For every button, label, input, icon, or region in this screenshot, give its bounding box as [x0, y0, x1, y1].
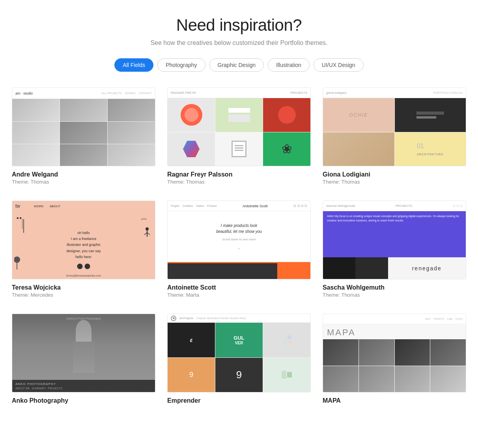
ant-chevron: ⌄ [237, 244, 241, 251]
giona-cell-3-bg [323, 132, 394, 166]
portfolio-item-ragnar: RAGNAR FREYR PROJECTS [167, 87, 311, 185]
portfolio-grid: am · studio ALL PROJECTSWORKSCONTACT [12, 87, 466, 405]
emp-cell-1: ε [168, 323, 215, 357]
ragnar-orange-circle [181, 104, 202, 126]
am-nav: ALL PROJECTSWORKSCONTACT [102, 92, 152, 95]
ragnar-grid: ❀ [168, 98, 310, 166]
teresa-social [77, 264, 90, 269]
am-cell-1 [12, 99, 60, 121]
ant-bottom-strip [168, 263, 310, 279]
portfolio-preview-sascha[interactable]: Sascha Wohlgemuth PROJECTS ⊡ ⊡ ⊡ Hello! … [323, 201, 466, 279]
portfolio-name-andre: Andre Welgand [12, 171, 155, 178]
portfolio-info-sascha: Sascha Wohlgemuth Theme: Thomas [323, 284, 466, 298]
ragnar-cell-3 [263, 98, 310, 132]
am-photo-grid [12, 99, 155, 166]
ragnar-cell-2 [215, 98, 263, 132]
ant-site-name: Antoinette Scott [243, 204, 268, 208]
am-cell-9 [108, 144, 155, 166]
teresa-contact: teresa@teresawojeicka.com [12, 274, 155, 277]
svg-line-6 [144, 232, 147, 235]
giona-ochie-text: OCHIE [349, 112, 368, 118]
ragnar-name-label: RAGNAR FREYR [171, 91, 196, 95]
am-cell-3 [108, 99, 155, 121]
anko-footer-nav: ABOUT ME SUMMARY PROJECTS [15, 387, 152, 390]
anko-footer-bar: ANKO PHOTOGRAPHY ABOUT ME SUMMARY PROJEC… [12, 380, 155, 392]
teresa-decor-2 [22, 219, 25, 234]
am-cell-4 [12, 122, 60, 144]
filter-illustration[interactable]: Illustration [268, 58, 310, 72]
filter-uiux-design[interactable]: UI/UX Design [314, 58, 364, 72]
portfolio-item-anko: Sophia & Porto Photography ANKO PHOTOGRA… [12, 314, 155, 405]
mapa-photo-5 [323, 366, 358, 392]
sascha-dark-section [323, 257, 388, 279]
portfolio-name-mapa: MAPA [323, 397, 466, 404]
filter-photography[interactable]: Photography [157, 58, 205, 72]
ragnar-book [232, 141, 246, 157]
giona-cell-2-content [413, 108, 448, 123]
page-title: Need inspiration? [12, 16, 466, 35]
svg-point-1 [20, 217, 22, 219]
sascha-body: Hello! My focus is on creating unique vi… [323, 211, 466, 279]
preview-header-am: am · studio ALL PROJECTSWORKSCONTACT [12, 88, 155, 99]
am-cell-5 [60, 122, 107, 144]
ragnar-header: RAGNAR FREYR PROJECTS [168, 88, 310, 98]
teresa-about: ABOUT [50, 204, 61, 208]
mapa-photo-grid [323, 339, 466, 392]
portfolio-info-ragnar: Ragnar Freyr Palsson Theme: Thomas [167, 171, 311, 185]
am-cell-2 [60, 99, 107, 121]
ragnar-flower: ❀ [282, 141, 292, 156]
portfolio-preview-antoinette[interactable]: ProjectCreativaGalinaProduct Antoinette … [167, 201, 311, 279]
emp-cell-2: GUL VER [215, 323, 263, 357]
mapa-photo-6 [359, 366, 394, 392]
sascha-dark-images [323, 257, 388, 279]
sascha-renegade-section: renegade [388, 257, 466, 279]
emp-cell-6 [263, 358, 310, 392]
ragnar-cell-1 [168, 98, 215, 132]
portfolio-preview-teresa[interactable]: tw WORK ABOUT [12, 201, 155, 279]
portfolio-preview-andre[interactable]: am · studio ALL PROJECTSWORKSCONTACT [12, 87, 155, 166]
mapa-title: MAPA [323, 324, 466, 339]
teresa-decor-1 [16, 215, 22, 223]
emp-cell-5: 9 [215, 358, 263, 392]
portfolio-name-antoinette: Antoinette Scott [167, 284, 311, 291]
mapa-photo-8 [430, 366, 466, 392]
portfolio-theme-teresa: Theme: Mercedes [12, 292, 155, 298]
emp-cell-3 [263, 323, 310, 357]
filter-all-fields[interactable]: All Fields [114, 58, 153, 72]
ant-header: ProjectCreativaGalinaProduct Antoinette … [168, 201, 310, 211]
portfolio-item-andre: am · studio ALL PROJECTSWORKSCONTACT [12, 87, 155, 185]
ragnar-cell-4 [168, 132, 215, 166]
mapa-header: ARTPRINTSLAB ⊡⊡⊡ [323, 314, 466, 324]
portfolio-preview-anko[interactable]: Sophia & Porto Photography ANKO PHOTOGRA… [12, 314, 155, 392]
portfolio-item-giona: giona lodigiani PORTFOLIO CATALOG OCHIE [323, 87, 466, 185]
sascha-renegade-text: renegade [412, 265, 442, 271]
ant-icons: ⊡ ⊡ ⊡ ⊡ [293, 204, 307, 208]
portfolio-name-emprender: Emprender [167, 397, 311, 404]
svg-line-7 [147, 232, 150, 235]
ant-scroll: Scroll down to see more [222, 238, 256, 241]
portfolio-preview-ragnar[interactable]: RAGNAR FREYR PROJECTS [167, 87, 311, 166]
mapa-header-nav: ARTPRINTSLAB ⊡⊡⊡ [425, 318, 463, 321]
emp-cell-3-dots [279, 332, 295, 348]
portfolio-name-sascha: Sascha Wohlgemuth [323, 284, 466, 291]
sascha-bottom-section: renegade [323, 257, 466, 279]
teresa-logo: tw [15, 203, 20, 209]
ant-nav-left: ProjectCreativaGalinaProduct [171, 204, 217, 207]
sascha-projects-label: PROJECTS [396, 204, 413, 208]
giona-cell-1: OCHIE [323, 98, 394, 132]
portfolio-name-ragnar: Ragnar Freyr Palsson [167, 171, 311, 178]
am-cell-7 [12, 144, 60, 166]
anko-bg: Sophia & Porto Photography ANKO PHOTOGRA… [12, 314, 155, 392]
portfolio-preview-giona[interactable]: giona lodigiani PORTFOLIO CATALOG OCHIE [323, 87, 466, 166]
mapa-photo-3 [395, 339, 430, 366]
page-subtitle: See how the creatives below customized t… [12, 39, 466, 46]
sascha-icons: ⊡ ⊡ ⊡ [453, 204, 463, 208]
portfolio-preview-mapa[interactable]: ARTPRINTSLAB ⊡⊡⊡ MAPA [323, 314, 466, 392]
ragnar-red-circle [278, 106, 296, 124]
portfolio-theme-ragnar: Theme: Thomas [167, 179, 311, 185]
portfolio-info-teresa: Teresa Wojcicka Theme: Mercedes [12, 284, 155, 298]
portfolio-preview-emprender[interactable]: All Projects Graphic Illustration Painte… [167, 314, 311, 392]
giona-cell-3 [323, 132, 394, 166]
emp-logo-circle [171, 316, 176, 321]
filter-graphic-design[interactable]: Graphic Design [209, 58, 264, 72]
